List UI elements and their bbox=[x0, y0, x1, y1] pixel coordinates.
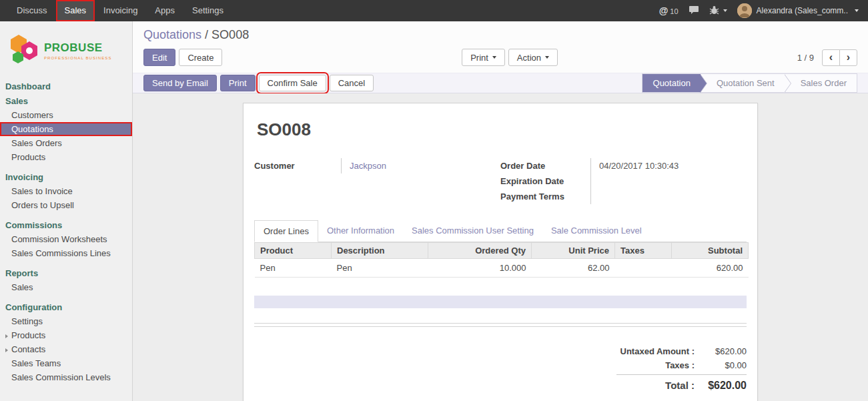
breadcrumb-separator: / bbox=[205, 28, 208, 41]
sidebar-item-quotations[interactable]: Quotations bbox=[0, 122, 132, 136]
field-group: Customer Jackpson Order Date 04/20/2017 … bbox=[254, 158, 747, 204]
topbar-menu-discuss[interactable]: Discuss bbox=[8, 0, 56, 21]
sidebar-heading-invoicing[interactable]: Invoicing bbox=[0, 170, 132, 184]
mention-count: 10 bbox=[670, 7, 678, 15]
tab-order-lines[interactable]: Order Lines bbox=[254, 220, 318, 242]
sidebar-item-sales-to-invoice[interactable]: Sales to Invoice bbox=[0, 184, 132, 198]
sidebar-heading-sales[interactable]: Sales bbox=[0, 94, 132, 108]
sidebar-heading-dashboard[interactable]: Dashboard bbox=[0, 79, 132, 93]
column-header-product: Product bbox=[255, 243, 332, 259]
column-header-description: Description bbox=[332, 243, 428, 259]
brand-tagline: PROFESSIONAL BUSINESS bbox=[44, 56, 112, 60]
sidebar-item-sales-orders[interactable]: Sales Orders bbox=[0, 136, 132, 150]
sidebar-item-label: Contacts bbox=[11, 344, 45, 354]
tab-sales-commission-user-setting[interactable]: Sales Commission User Setting bbox=[403, 220, 542, 242]
topbar: Discuss Sales Invoicing Apps Settings @ … bbox=[0, 0, 868, 21]
brand-name: PROBUSE bbox=[44, 41, 112, 55]
table-row[interactable]: Pen Pen 10.000 62.00 620.00 bbox=[255, 259, 749, 278]
cell-ordered-qty: 10.000 bbox=[428, 259, 532, 278]
column-header-unit-price: Unit Price bbox=[532, 243, 615, 259]
customer-value[interactable]: Jackpson bbox=[341, 158, 500, 173]
tab-sale-commission-level[interactable]: Sale Commission Level bbox=[542, 220, 650, 242]
cancel-button[interactable]: Cancel bbox=[330, 75, 374, 91]
sidebar-item-reports-sales[interactable]: Sales bbox=[0, 280, 132, 294]
topbar-menu-sales[interactable]: Sales bbox=[56, 0, 95, 21]
untaxed-amount-label: Untaxed Amount : bbox=[620, 346, 695, 356]
column-header-taxes: Taxes bbox=[615, 243, 672, 259]
order-date-label: Order Date bbox=[500, 158, 590, 173]
chevron-down-icon bbox=[723, 9, 727, 12]
breadcrumb-quotations-link[interactable]: Quotations bbox=[143, 28, 201, 41]
column-header-ordered-qty: Ordered Qty bbox=[428, 243, 532, 259]
note-section-bar bbox=[254, 296, 747, 308]
payment-terms-label: Payment Terms bbox=[500, 189, 590, 204]
debug-menu-button[interactable] bbox=[709, 5, 727, 17]
sidebar-item-products[interactable]: Products bbox=[0, 150, 132, 164]
section-separator bbox=[254, 323, 747, 327]
control-panel: Quotations / SO008 Edit Create Print Act… bbox=[133, 21, 868, 73]
pager-previous-button[interactable]: ‹ bbox=[822, 49, 840, 66]
print-button[interactable]: Print bbox=[220, 75, 256, 91]
expand-arrow-icon bbox=[5, 348, 8, 352]
user-menu[interactable]: Alexandra (Sales_comm.. bbox=[737, 3, 859, 18]
sidebar-item-orders-to-upsell[interactable]: Orders to Upsell bbox=[0, 198, 132, 212]
status-step-sales-order[interactable]: Sales Order bbox=[785, 74, 857, 92]
send-by-email-button[interactable]: Send by Email bbox=[143, 75, 217, 91]
print-dropdown[interactable]: Print bbox=[462, 49, 505, 66]
payment-terms-value bbox=[590, 189, 747, 204]
sidebar-heading-commissions[interactable]: Commissions bbox=[0, 218, 132, 232]
expiration-date-value bbox=[590, 173, 747, 189]
table-header-row: Product Description Ordered Qty Unit Pri… bbox=[255, 243, 749, 259]
create-button[interactable]: Create bbox=[179, 49, 222, 66]
cell-description: Pen bbox=[332, 259, 428, 278]
sidebar-item-config-products[interactable]: Products bbox=[0, 328, 132, 342]
action-dropdown-label: Action bbox=[517, 53, 541, 63]
confirm-sale-button[interactable]: Confirm Sale bbox=[259, 75, 326, 91]
totals-block: Untaxed Amount : $620.00 Taxes : $0.00 T… bbox=[616, 344, 747, 394]
expand-arrow-icon bbox=[5, 334, 8, 338]
topbar-menu-settings[interactable]: Settings bbox=[183, 0, 232, 21]
sidebar-heading-reports[interactable]: Reports bbox=[0, 266, 132, 280]
cell-product: Pen bbox=[255, 259, 332, 278]
mentions-counter[interactable]: @ 10 bbox=[659, 5, 679, 16]
sidebar-heading-configuration[interactable]: Configuration bbox=[0, 300, 132, 314]
tab-other-information[interactable]: Other Information bbox=[318, 220, 403, 242]
notebook-tabs: Order Lines Other Information Sales Comm… bbox=[254, 220, 747, 242]
topbar-menu-invoicing[interactable]: Invoicing bbox=[95, 0, 146, 21]
topbar-right: @ 10 Alexandra (Sales_comm.. bbox=[659, 3, 868, 18]
sidebar-item-sales-commissions-lines[interactable]: Sales Commissions Lines bbox=[0, 246, 132, 260]
sidebar-item-config-settings[interactable]: Settings bbox=[0, 314, 132, 328]
breadcrumb: Quotations / SO008 bbox=[143, 28, 857, 42]
order-date-value: 04/20/2017 10:30:43 bbox=[590, 158, 747, 173]
total-label: Total : bbox=[665, 380, 695, 391]
topbar-menu-apps[interactable]: Apps bbox=[146, 0, 183, 21]
sidebar-item-config-contacts[interactable]: Contacts bbox=[0, 342, 132, 356]
status-pipeline: Quotation Quotation Sent Sales Order bbox=[642, 73, 857, 93]
status-step-quotation[interactable]: Quotation bbox=[642, 74, 701, 92]
cell-taxes bbox=[615, 259, 672, 278]
sidebar: PROBUSE PROFESSIONAL BUSINESS Dashboard … bbox=[0, 21, 133, 401]
sidebar-item-sales-teams[interactable]: Sales Teams bbox=[0, 356, 132, 370]
at-icon: @ bbox=[659, 5, 669, 16]
content-area: Quotations / SO008 Edit Create Print Act… bbox=[133, 21, 868, 401]
taxes-label: Taxes : bbox=[665, 360, 695, 370]
sidebar-item-customers[interactable]: Customers bbox=[0, 108, 132, 122]
edit-button[interactable]: Edit bbox=[143, 49, 175, 66]
form-sheet: SO008 Customer Jackpson Order Date 04/20 bbox=[243, 103, 758, 401]
bug-icon bbox=[709, 5, 719, 17]
topbar-menu: Discuss Sales Invoicing Apps Settings bbox=[8, 0, 232, 21]
messages-button[interactable] bbox=[689, 5, 699, 17]
sidebar-item-commission-worksheets[interactable]: Commission Worksheets bbox=[0, 232, 132, 246]
action-dropdown[interactable]: Action bbox=[508, 49, 558, 66]
chevron-down-icon bbox=[545, 56, 549, 59]
expiration-date-label: Expiration Date bbox=[500, 173, 590, 189]
pager-next-button[interactable]: › bbox=[839, 49, 857, 66]
status-step-quotation-sent[interactable]: Quotation Sent bbox=[701, 74, 785, 92]
user-name: Alexandra (Sales_comm.. bbox=[757, 6, 848, 15]
cell-subtotal: 620.00 bbox=[672, 259, 749, 278]
app-window: Discuss Sales Invoicing Apps Settings @ … bbox=[0, 0, 868, 401]
main-region: PROBUSE PROFESSIONAL BUSINESS Dashboard … bbox=[0, 21, 868, 401]
total-value: $620.00 bbox=[695, 380, 747, 392]
column-header-subtotal: Subtotal bbox=[672, 243, 749, 259]
sidebar-item-sales-commission-levels[interactable]: Sales Commission Levels bbox=[0, 370, 132, 384]
